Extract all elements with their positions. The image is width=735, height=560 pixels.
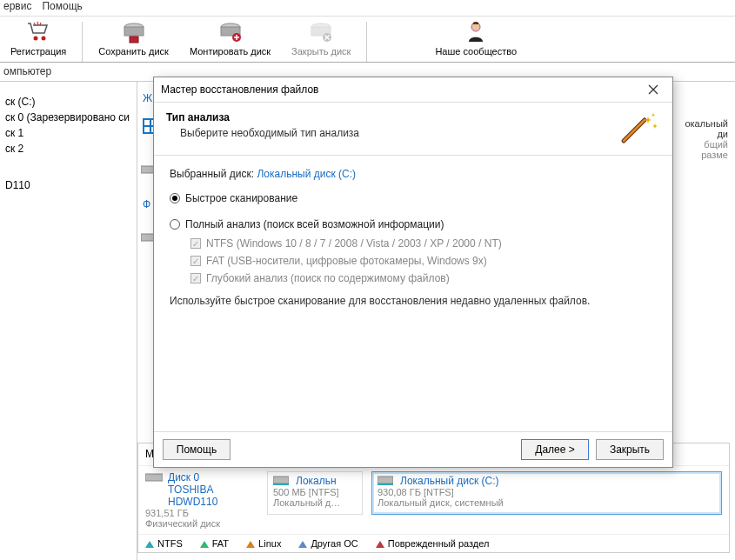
dialog-subtitle: Тип анализа	[166, 111, 359, 123]
selected-disk-value: Локальный диск (C:)	[257, 168, 356, 180]
checkbox-icon: ✓	[190, 256, 201, 266]
svg-rect-23	[378, 483, 393, 485]
partition-desc: Локальный диск, системный	[378, 497, 716, 508]
cart-icon	[24, 18, 52, 44]
checkbox-deep-label: Глубокий анализ (поиск по содержимому фа…	[206, 272, 450, 284]
checkbox-ntfs: ✓ NTFS (Windows 10 / 8 / 7 / 2008 / Vist…	[190, 237, 657, 250]
disk-row: Диск 0 TOSHIBA HDWD110 931,51 ГБ Физичес…	[138, 466, 729, 534]
radio-icon	[170, 219, 180, 230]
svg-rect-13	[144, 120, 150, 125]
partition-c[interactable]: Локальный диск (C:) 930,08 ГБ [NTFS] Лок…	[371, 471, 722, 515]
dialog-body: Выбранный диск: Локальный диск (C:) Быст…	[154, 156, 672, 431]
separator	[82, 22, 83, 62]
drive-letter: Ж	[143, 92, 152, 104]
svg-rect-4	[130, 37, 138, 43]
svg-rect-22	[378, 477, 393, 483]
radio-fast-label: Быстрое сканирование	[185, 192, 297, 204]
radio-fast-scan[interactable]: Быстрое сканирование	[170, 192, 657, 204]
top-menu: ервис Помощь	[0, 0, 735, 16]
radio-icon	[170, 193, 180, 203]
close-disk-button: Закрыть диск	[281, 18, 361, 57]
svg-rect-3	[124, 27, 144, 36]
community-label: Наше сообщество	[435, 46, 517, 57]
mount-disk-label: Монтировать диск	[190, 46, 271, 57]
partition-desc: Локальный д…	[273, 497, 357, 508]
register-button[interactable]: Регистрация	[0, 18, 77, 57]
partition-name: Локальн	[296, 475, 337, 487]
selected-disk-label: Выбранный диск:	[170, 168, 254, 180]
dialog-subtext: Выберите необходимый тип анализа	[180, 127, 359, 139]
save-disk-label: Сохранить диск	[98, 46, 169, 57]
partition-size: 930,08 ГБ [NTFS]	[378, 487, 716, 497]
toolbar: Регистрация Сохранить диск Монтировать д…	[0, 16, 735, 63]
help-button[interactable]: Помощь	[163, 439, 231, 460]
legend-damaged: Поврежденный раздел	[376, 538, 490, 549]
right-fragment: окальный ди бщий разме	[678, 118, 728, 160]
radio-full-label: Полный анализ (поиск всей возможной инфо…	[185, 218, 444, 230]
dialog-buttons: Помощь Далее > Закрыть	[154, 431, 672, 467]
checkbox-fat-label: FAT (USB-носители, цифровые фотокамеры, …	[206, 255, 487, 267]
mount-disk-button[interactable]: Монтировать диск	[179, 18, 281, 57]
dialog-titlebar[interactable]: Мастер восстановления файлов	[154, 77, 672, 102]
legend-ntfs: NTFS	[145, 538, 183, 549]
partition-reserved[interactable]: Локальн 500 МБ [NTFS] Локальный д…	[267, 471, 363, 515]
close-icon[interactable]	[641, 79, 665, 100]
sidebar-item[interactable]: ск 2	[2, 141, 135, 157]
wizard-dialog: Мастер восстановления файлов Тип анализа…	[153, 77, 673, 468]
legend-linux: Linux	[246, 538, 281, 549]
next-button[interactable]: Далее >	[521, 439, 589, 460]
person-icon	[462, 18, 490, 44]
save-disk-button[interactable]: Сохранить диск	[88, 18, 179, 57]
checkbox-fat: ✓ FAT (USB-носители, цифровые фотокамеры…	[190, 255, 657, 267]
close-button[interactable]: Закрыть	[596, 439, 664, 460]
sidebar: ск (C:) ск 0 (Зарезервировано си ск 1 ск…	[0, 82, 137, 560]
checkbox-icon: ✓	[190, 273, 201, 283]
svg-rect-15	[144, 127, 150, 132]
disk-mount-icon	[217, 18, 244, 44]
checkbox-deep: ✓ Глубокий анализ (поиск по содержимому …	[190, 272, 657, 284]
disk-close-icon	[307, 18, 335, 44]
checkbox-icon: ✓	[190, 238, 201, 249]
sidebar-item[interactable]: ск 0 (Зарезервировано си	[2, 110, 135, 125]
file-letter: Ф	[143, 198, 150, 210]
disk-size: 931,51 ГБ	[145, 508, 258, 518]
svg-point-0	[34, 37, 38, 41]
hint-text: Используйте быстрое сканирование для вос…	[170, 295, 657, 307]
sidebar-item[interactable]: ск (C:)	[2, 94, 135, 110]
menu-help[interactable]: Помощь	[42, 0, 82, 16]
separator	[366, 22, 367, 62]
legend-other: Другая ОС	[298, 538, 357, 549]
svg-rect-21	[273, 483, 289, 485]
legend: NTFS FAT Linux Другая ОС Поврежденный ра…	[138, 534, 729, 552]
svg-point-1	[42, 37, 46, 41]
menu-service[interactable]: ервис	[3, 0, 31, 16]
disk-name[interactable]: Диск 0	[168, 471, 199, 483]
radio-full-analysis[interactable]: Полный анализ (поиск всей возможной инфо…	[170, 218, 657, 230]
hdd-icon	[378, 475, 395, 487]
hdd-icon	[145, 471, 163, 483]
wand-icon	[618, 111, 660, 146]
checkbox-ntfs-label: NTFS (Windows 10 / 8 / 7 / 2008 / Vista …	[206, 237, 502, 250]
partition-name: Локальный диск (C:)	[400, 475, 499, 487]
dialog-title: Мастер восстановления файлов	[161, 83, 318, 96]
svg-rect-20	[273, 477, 289, 483]
community-button[interactable]: Наше сообщество	[424, 18, 527, 57]
sidebar-item[interactable]: ск 1	[2, 125, 135, 141]
legend-fat: FAT	[200, 538, 229, 549]
close-disk-label: Закрыть диск	[291, 46, 351, 57]
disk-type: Физический диск	[145, 518, 258, 529]
disk-save-icon	[120, 18, 148, 44]
register-label: Регистрация	[10, 46, 66, 57]
disk-model: TOSHIBA HDWD110	[168, 483, 258, 508]
hdd-icon	[273, 475, 291, 487]
partition-size: 500 МБ [NTFS]	[273, 487, 357, 497]
svg-rect-19	[145, 474, 163, 481]
sidebar-item[interactable]: D110	[2, 177, 135, 193]
dialog-header: Тип анализа Выберите необходимый тип ана…	[154, 102, 672, 156]
